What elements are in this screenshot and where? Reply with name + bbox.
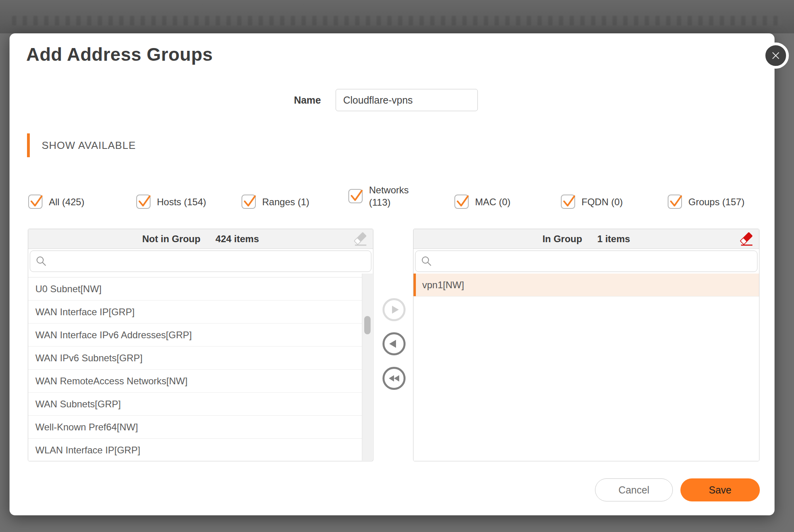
save-button[interactable]: Save — [680, 478, 760, 501]
list-item[interactable]: WAN IPv6 Subnets[GRP] — [28, 347, 362, 370]
checkbox-checked[interactable] — [668, 195, 682, 209]
check-icon — [136, 194, 152, 209]
search-input[interactable] — [415, 251, 757, 272]
not-in-group-header: Not in Group 424 items — [28, 229, 373, 249]
list-item[interactable]: WAN Interface IP[GRP] — [28, 301, 362, 324]
list-item[interactable]: U0 Subnet[NW] — [28, 278, 362, 301]
checkbox-checked[interactable] — [136, 195, 151, 209]
clear-group-button[interactable] — [738, 230, 756, 249]
selected-list-item[interactable]: vpn1[NW] — [413, 274, 759, 297]
checkbox-checked[interactable] — [28, 195, 43, 209]
checkbox-checked[interactable] — [241, 195, 256, 209]
check-icon — [241, 194, 257, 209]
panel-title: Not in Group — [142, 233, 201, 245]
cancel-button[interactable]: Cancel — [595, 478, 673, 501]
check-icon — [561, 194, 577, 209]
list-item[interactable]: WAN Subnets[GRP] — [28, 393, 362, 416]
panel-title: In Group — [543, 233, 582, 245]
show-available-section: SHOW AVAILABLE — [27, 133, 136, 157]
add-address-groups-dialog: Add Address Groups Name SHOW AVAILABLE — [10, 33, 775, 515]
move-to-group-button[interactable] — [383, 298, 406, 321]
filter-label: MAC (0) — [475, 196, 510, 208]
filter-checkbox-row: All (425) Hosts (154) — [28, 189, 771, 214]
not-in-group-panel: Not in Group 424 items — [28, 229, 373, 461]
in-group-list: vpn1[NW] — [413, 274, 759, 461]
filter-label: Ranges (1) — [262, 196, 309, 208]
list-item-label: vpn1[NW] — [422, 279, 464, 290]
remove-from-group-button[interactable] — [383, 332, 406, 355]
close-button[interactable] — [763, 42, 789, 69]
section-accent-bar — [27, 133, 30, 157]
panel-item-count: 1 items — [597, 233, 630, 245]
list-item[interactable]: WLAN Interface IP[GRP] — [28, 439, 362, 461]
filter-label: Hosts (154) — [157, 196, 206, 208]
background-ribs-texture — [12, 16, 782, 25]
filter-label: FQDN (0) — [581, 196, 623, 208]
checkbox-checked[interactable] — [454, 195, 469, 209]
selected-row-accent-bar — [413, 274, 416, 296]
list-item[interactable]: Well-Known Pref64[NW] — [28, 416, 362, 439]
not-in-group-list: U0 Subnet[NW] WAN Interface IP[GRP] WAN … — [28, 274, 362, 461]
scrollbar-track[interactable] — [362, 274, 373, 461]
checkbox-checked[interactable] — [348, 189, 363, 203]
filter-checkbox-item[interactable]: Networks (113) — [348, 183, 409, 209]
arrow-left-icon — [387, 337, 401, 351]
name-input[interactable] — [336, 89, 478, 111]
in-group-search — [415, 251, 757, 272]
arrow-right-icon — [387, 303, 401, 317]
double-arrow-left-icon — [387, 371, 401, 386]
filter-checkbox-item[interactable]: Ranges (1) — [241, 189, 309, 214]
clear-selection-button-disabled[interactable] — [352, 230, 370, 249]
filter-checkbox-item[interactable]: MAC (0) — [454, 189, 510, 214]
dialog-title: Add Address Groups — [26, 44, 213, 65]
checkbox-checked[interactable] — [561, 195, 575, 209]
background-page-blur — [0, 0, 794, 33]
section-title: SHOW AVAILABLE — [42, 139, 136, 152]
list-item-partial[interactable] — [28, 274, 362, 278]
list-item[interactable]: WAN Interface IPv6 Addresses[GRP] — [28, 324, 362, 347]
check-icon — [348, 188, 364, 203]
panel-item-count: 424 items — [216, 233, 259, 245]
scrollbar-thumb[interactable] — [364, 316, 371, 334]
in-group-header: In Group 1 items — [413, 229, 759, 249]
eraser-icon — [352, 230, 369, 248]
filter-checkbox-item[interactable]: All (425) — [28, 189, 84, 214]
filter-label: Groups (157) — [688, 196, 744, 208]
check-icon — [668, 194, 684, 209]
close-icon — [770, 50, 782, 62]
filter-label: All (425) — [49, 196, 84, 208]
filter-checkbox-item[interactable]: FQDN (0) — [561, 189, 623, 214]
name-label: Name — [292, 89, 321, 111]
screen: Add Address Groups Name SHOW AVAILABLE — [0, 0, 794, 532]
not-in-group-search — [30, 251, 371, 272]
check-icon — [454, 194, 470, 209]
in-group-panel: In Group 1 items — [413, 229, 759, 461]
filter-checkbox-item[interactable]: Groups (157) — [668, 189, 744, 214]
eraser-icon-red — [738, 230, 755, 248]
remove-all-from-group-button[interactable] — [383, 367, 406, 390]
filter-label: Networks (113) — [369, 184, 409, 208]
filter-checkbox-item[interactable]: Hosts (154) — [136, 189, 206, 214]
check-icon — [28, 194, 44, 209]
search-input[interactable] — [30, 251, 371, 272]
list-item[interactable]: WAN RemoteAccess Networks[NW] — [28, 370, 362, 393]
